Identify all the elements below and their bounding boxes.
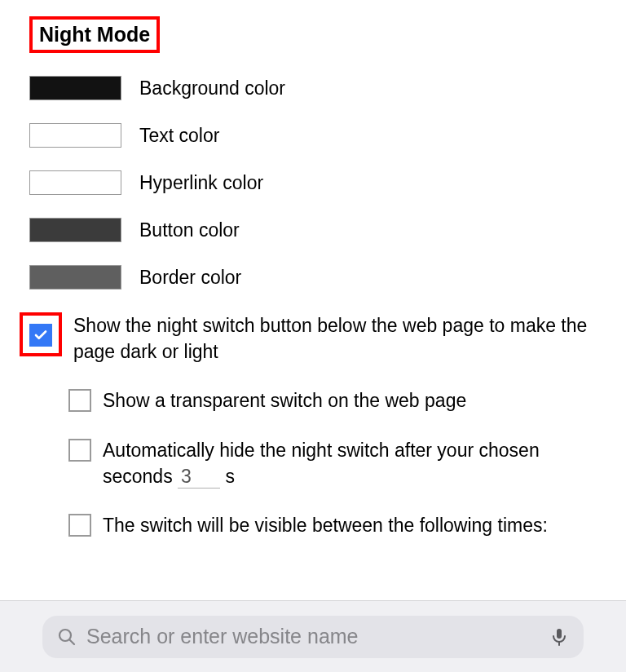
auto-hide-label: Automatically hide the night switch afte… (103, 437, 597, 489)
hyperlink-color-swatch[interactable] (29, 170, 121, 195)
option-show-switch: Show the night switch button below the w… (29, 312, 597, 365)
check-icon (33, 328, 48, 343)
browser-toolbar: Search or enter website name (0, 600, 626, 672)
microphone-icon[interactable] (549, 627, 569, 647)
hyperlink-color-label: Hyperlink color (139, 172, 263, 194)
show-switch-label: Show the night switch button below the w… (73, 312, 597, 365)
text-color-label: Text color (139, 125, 219, 147)
show-switch-checkbox[interactable] (29, 324, 52, 347)
section-title-text: Night Mode (39, 23, 150, 46)
option-transparent-switch: Show a transparent switch on the web pag… (68, 387, 597, 413)
visible-times-label: The switch will be visible between the f… (103, 512, 597, 538)
address-bar[interactable]: Search or enter website name (42, 616, 584, 658)
color-row-button: Button color (29, 218, 597, 242)
transparent-switch-label: Show a transparent switch on the web pag… (103, 387, 597, 413)
section-title-night-mode: Night Mode (29, 16, 160, 53)
button-color-label: Button color (139, 219, 240, 241)
button-color-swatch[interactable] (29, 218, 121, 242)
auto-hide-seconds-input[interactable] (178, 466, 220, 489)
transparent-switch-checkbox[interactable] (68, 389, 91, 412)
svg-line-1 (69, 639, 74, 644)
text-color-swatch[interactable] (29, 123, 121, 148)
option-visible-times: The switch will be visible between the f… (68, 512, 597, 538)
background-color-swatch[interactable] (29, 76, 121, 100)
svg-rect-2 (557, 629, 562, 639)
auto-hide-label-pre: Automatically hide the night switch afte… (103, 440, 540, 487)
auto-hide-unit: s (225, 466, 235, 487)
auto-hide-checkbox[interactable] (68, 439, 91, 462)
color-row-border: Border color (29, 265, 597, 290)
color-row-hyperlink: Hyperlink color (29, 170, 597, 195)
color-row-text: Text color (29, 123, 597, 148)
address-bar-placeholder: Search or enter website name (86, 625, 540, 648)
color-row-background: Background color (29, 76, 597, 100)
border-color-swatch[interactable] (29, 265, 121, 290)
background-color-label: Background color (139, 77, 285, 99)
visible-times-checkbox[interactable] (68, 514, 91, 537)
border-color-label: Border color (139, 267, 241, 289)
option-auto-hide: Automatically hide the night switch afte… (68, 437, 597, 489)
search-icon (57, 627, 77, 647)
show-switch-highlight (20, 312, 62, 356)
